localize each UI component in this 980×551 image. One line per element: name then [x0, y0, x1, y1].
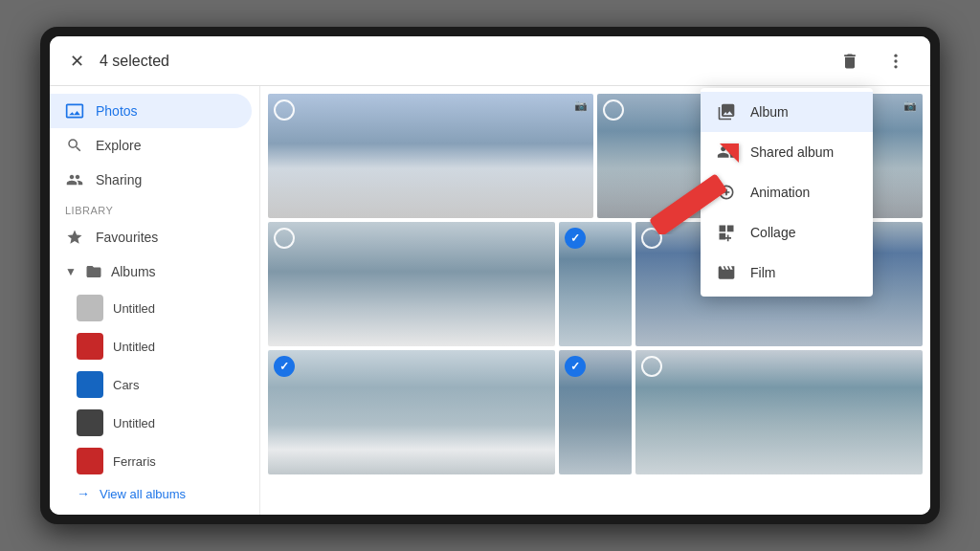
album-name-1: Untitled	[113, 301, 155, 316]
sidebar-item-favourites[interactable]: Favourites	[50, 220, 252, 254]
album-thumb-4	[77, 409, 103, 436]
favourites-icon	[65, 228, 84, 247]
dropdown-animation[interactable]: Animation	[701, 172, 873, 212]
film-icon	[716, 262, 737, 283]
screen: ✕ 4 selected	[50, 36, 930, 515]
sidebar-album-untitled-1[interactable]: Untitled	[50, 289, 259, 327]
svg-point-2	[894, 65, 897, 68]
camera-icon-1: 📷	[574, 99, 588, 112]
explore-label: Explore	[96, 138, 141, 153]
album-name-2: Untitled	[113, 340, 155, 354]
shared-album-icon	[716, 142, 737, 163]
album-name-5: Ferraris	[113, 454, 156, 469]
library-label: LIBRARY	[50, 197, 259, 220]
select-circle-5[interactable]	[641, 228, 662, 249]
select-circle-4[interactable]	[565, 228, 586, 249]
shared-album-label: Shared album	[750, 144, 834, 160]
albums-header[interactable]: ▼ Albums	[50, 254, 259, 289]
favourites-label: Favourites	[96, 230, 158, 245]
close-icon[interactable]: ✕	[65, 50, 88, 73]
more-options-button[interactable]	[877, 42, 915, 80]
tablet-frame: ✕ 4 selected	[40, 27, 940, 524]
select-circle-7[interactable]	[565, 356, 586, 377]
svg-point-1	[894, 59, 897, 62]
photo-cell-2-1[interactable]	[268, 222, 555, 346]
photo-cell-3-1[interactable]	[268, 350, 555, 474]
albums-label: Albums	[111, 264, 156, 279]
more-vertical-icon	[886, 52, 905, 71]
photos-icon	[65, 101, 84, 121]
delete-button[interactable]	[831, 42, 869, 80]
sidebar-item-photos[interactable]: Photos	[50, 94, 252, 128]
dropdown-collage[interactable]: Collage	[701, 212, 873, 253]
sidebar: Photos Explore Sharing LIBRARY	[50, 86, 260, 515]
trash-icon	[840, 52, 859, 71]
selected-count: 4 selected	[100, 53, 169, 70]
arrow-right-icon: →	[77, 486, 90, 501]
sidebar-album-cars[interactable]: Cars	[50, 365, 259, 404]
select-circle-2[interactable]	[603, 99, 624, 121]
explore-icon	[65, 136, 84, 155]
albums-folder-icon	[84, 262, 103, 281]
album-label: Album	[750, 104, 789, 120]
photo-cell-3-3[interactable]	[635, 350, 923, 474]
camera-icon-2: 📷	[903, 99, 917, 112]
photo-cell-1-1[interactable]: 📷	[268, 94, 593, 218]
album-name-4: Untitled	[113, 416, 155, 430]
animation-icon	[716, 182, 737, 203]
dropdown-album[interactable]: Album	[701, 92, 873, 132]
photos-label: Photos	[96, 103, 138, 119]
album-icon	[716, 101, 737, 122]
photo-cell-2-2[interactable]	[559, 222, 631, 346]
film-label: Film	[750, 265, 775, 280]
album-thumb-1	[77, 295, 103, 321]
album-thumb-2	[77, 333, 103, 360]
select-circle-3[interactable]	[274, 228, 295, 249]
select-circle-6[interactable]	[274, 356, 295, 377]
dropdown-film[interactable]: Film	[701, 253, 873, 293]
sidebar-album-untitled-2[interactable]: Untitled	[50, 327, 259, 365]
sidebar-album-untitled-3[interactable]: Untitled	[50, 404, 259, 442]
sidebar-view-all-albums[interactable]: → View all albums	[50, 480, 259, 507]
collage-label: Collage	[750, 225, 795, 240]
select-circle-1[interactable]	[274, 99, 295, 121]
album-thumb-5	[77, 448, 103, 474]
sidebar-item-utilities[interactable]: Utilities	[50, 507, 252, 515]
collage-icon	[716, 222, 737, 243]
view-all-label: View all albums	[100, 487, 186, 501]
svg-point-0	[894, 54, 897, 56]
sidebar-album-ferraris[interactable]: Ferraris	[50, 442, 259, 480]
header: ✕ 4 selected	[50, 36, 930, 86]
album-thumb-3	[77, 371, 103, 398]
dropdown-menu: Album Shared album Animation	[701, 88, 873, 297]
photo-cell-3-2[interactable]	[559, 350, 631, 474]
album-name-3: Cars	[113, 378, 139, 392]
chevron-down-icon: ▼	[65, 265, 77, 278]
photo-row-3	[268, 350, 923, 474]
dropdown-shared-album[interactable]: Shared album	[701, 132, 873, 172]
animation-label: Animation	[750, 185, 810, 200]
sidebar-item-explore[interactable]: Explore	[50, 128, 252, 163]
select-circle-8[interactable]	[641, 356, 662, 377]
header-right: Album Shared album Animation	[831, 42, 915, 80]
sidebar-item-sharing[interactable]: Sharing	[50, 163, 252, 197]
header-left: ✕ 4 selected	[65, 50, 169, 73]
sharing-label: Sharing	[96, 172, 142, 187]
sharing-icon	[65, 170, 84, 189]
